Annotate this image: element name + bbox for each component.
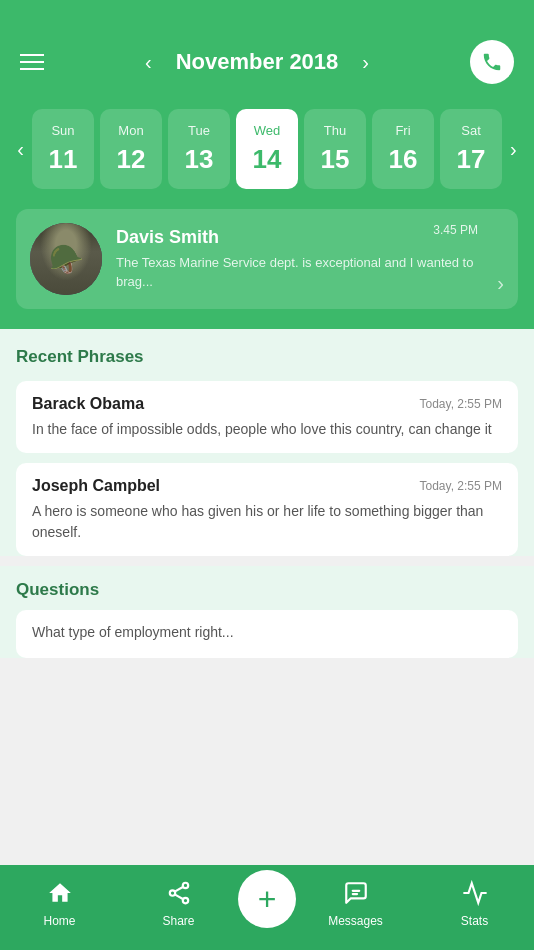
calendar-day-16[interactable]: Fri 16 <box>372 109 434 189</box>
svg-line-4 <box>175 894 183 898</box>
phrase-card-1[interactable]: Joseph Campbel Today, 2:55 PM A hero is … <box>16 463 518 556</box>
day-number-label: 11 <box>49 144 78 175</box>
menu-button[interactable] <box>20 54 44 70</box>
calendar-strip: ‹ Sun 11 Mon 12 Tue 13 Wed 14 Thu 15 Fri… <box>0 99 534 209</box>
cal-next-button[interactable]: › <box>502 138 525 161</box>
day-number-label: 16 <box>389 144 418 175</box>
day-name-label: Sat <box>461 123 481 138</box>
phone-button[interactable] <box>470 40 514 84</box>
nav-home[interactable]: Home <box>0 880 119 928</box>
day-name-label: Mon <box>118 123 143 138</box>
recent-phrases-title: Recent Phrases <box>16 347 518 367</box>
day-name-label: Wed <box>254 123 281 138</box>
day-number-label: 13 <box>185 144 214 175</box>
phrase-author-name: Barack Obama <box>32 395 144 413</box>
prev-month-button[interactable]: ‹ <box>137 47 160 78</box>
phrase-header: Joseph Campbel Today, 2:55 PM <box>32 477 502 495</box>
day-name-label: Tue <box>188 123 210 138</box>
share-label: Share <box>162 914 194 928</box>
phrase-time: Today, 2:55 PM <box>420 479 503 493</box>
calendar-day-17[interactable]: Sat 17 <box>440 109 502 189</box>
month-nav: ‹ November 2018 › <box>137 47 377 78</box>
phrase-header: Barack Obama Today, 2:55 PM <box>32 395 502 413</box>
home-icon <box>47 880 73 910</box>
recent-phrases-section: Recent Phrases Barack Obama Today, 2:55 … <box>0 329 534 556</box>
phrase-card-0[interactable]: Barack Obama Today, 2:55 PM In the face … <box>16 381 518 453</box>
month-year-title: November 2018 <box>176 49 339 75</box>
nav-stats[interactable]: Stats <box>415 880 534 928</box>
svg-line-3 <box>175 887 183 891</box>
day-name-label: Fri <box>395 123 410 138</box>
calendar-day-13[interactable]: Tue 13 <box>168 109 230 189</box>
calendar-day-15[interactable]: Thu 15 <box>304 109 366 189</box>
stats-label: Stats <box>461 914 488 928</box>
calendar-day-14[interactable]: Wed 14 <box>236 109 298 189</box>
day-number-label: 15 <box>321 144 350 175</box>
share-icon <box>166 880 192 910</box>
day-name-label: Sun <box>51 123 74 138</box>
message-section: Davis Smith The Texas Marine Service dep… <box>0 209 534 329</box>
add-button[interactable]: + <box>238 870 296 928</box>
messages-label: Messages <box>328 914 383 928</box>
day-number-label: 14 <box>253 144 282 175</box>
nav-add[interactable]: + <box>238 870 296 938</box>
questions-preview[interactable]: What type of employment right... <box>16 610 518 658</box>
stats-icon <box>462 880 488 910</box>
phrases-list: Barack Obama Today, 2:55 PM In the face … <box>16 381 518 556</box>
nav-messages[interactable]: Messages <box>296 880 415 928</box>
cal-prev-button[interactable]: ‹ <box>9 138 32 161</box>
phrase-body-text: A hero is someone who has given his or h… <box>32 501 502 542</box>
phrase-author-name: Joseph Campbel <box>32 477 160 495</box>
messages-icon <box>343 880 369 910</box>
phrase-time: Today, 2:55 PM <box>420 397 503 411</box>
message-preview-text: The Texas Marine Service dept. is except… <box>116 254 504 290</box>
message-time: 3.45 PM <box>433 223 478 237</box>
questions-section: Questions What type of employment right.… <box>0 566 534 658</box>
questions-title: Questions <box>16 580 518 600</box>
days-row: Sun 11 Mon 12 Tue 13 Wed 14 Thu 15 Fri 1… <box>32 109 502 189</box>
nav-share[interactable]: Share <box>119 880 238 928</box>
home-label: Home <box>43 914 75 928</box>
avatar <box>30 223 102 295</box>
calendar-day-12[interactable]: Mon 12 <box>100 109 162 189</box>
chevron-right-icon: › <box>497 272 504 295</box>
header: ‹ November 2018 › <box>0 0 534 99</box>
day-name-label: Thu <box>324 123 346 138</box>
bottom-nav: Home Share + Messages <box>0 865 534 950</box>
plus-icon: + <box>258 883 277 915</box>
phrase-body-text: In the face of impossible odds, people w… <box>32 419 502 439</box>
next-month-button[interactable]: › <box>354 47 377 78</box>
day-number-label: 17 <box>457 144 486 175</box>
message-card[interactable]: Davis Smith The Texas Marine Service dep… <box>16 209 518 309</box>
calendar-day-11[interactable]: Sun 11 <box>32 109 94 189</box>
day-number-label: 12 <box>117 144 146 175</box>
